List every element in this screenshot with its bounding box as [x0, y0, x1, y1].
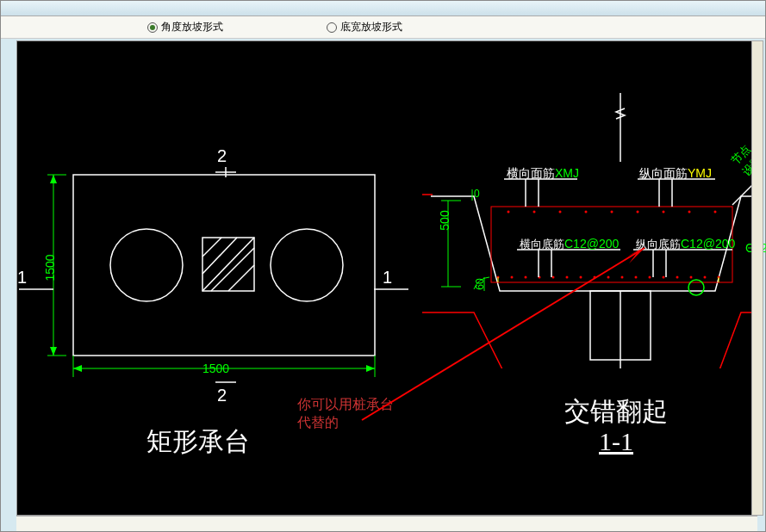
svg-marker-17 [50, 175, 57, 183]
section-tick [215, 377, 236, 393]
dim-0: 0 [474, 188, 480, 200]
svg-marker-76 [627, 248, 645, 263]
svg-marker-12 [73, 365, 82, 372]
cad-canvas[interactable]: 1500 1500 2 2 1 1 矩形承台 你可以用桩承台 代替的 [16, 40, 757, 516]
svg-point-47 [585, 211, 588, 213]
radio-slope-angle[interactable]: 角度放坡形式 [147, 20, 223, 34]
title-bar [1, 1, 765, 16]
svg-line-4 [202, 238, 237, 274]
svg-line-5 [202, 238, 254, 291]
vertical-scrollbar[interactable] [751, 40, 763, 516]
svg-point-44 [508, 211, 510, 213]
svg-point-42 [704, 276, 707, 279]
radio-label: 底宽放坡形式 [340, 20, 402, 34]
label-top-rebar-v: 纵向面筋YMJ [639, 166, 712, 182]
svg-line-6 [211, 248, 254, 291]
svg-point-2 [271, 229, 343, 301]
label-top-rebar-h: 横向面筋XMJ [507, 166, 579, 182]
caption-section-sub: 1-1 [530, 427, 702, 456]
caption-plan: 矩形承台 [121, 424, 276, 460]
svg-point-49 [637, 211, 639, 213]
radio-label: 角度放坡形式 [161, 20, 223, 34]
status-bar [16, 516, 757, 531]
svg-point-50 [663, 211, 665, 213]
caption-section: 交错翻起 [530, 394, 702, 430]
svg-marker-18 [50, 347, 57, 356]
svg-point-48 [611, 211, 613, 213]
svg-point-52 [714, 211, 717, 213]
dim-500: 500 [438, 210, 452, 230]
section-tick [215, 167, 236, 182]
svg-rect-0 [73, 175, 375, 356]
radio-dot [327, 22, 337, 33]
section-mark-1-left: 1 [17, 268, 27, 288]
svg-point-45 [533, 211, 536, 213]
svg-line-8 [202, 238, 221, 257]
note-line2: 代替的 [297, 415, 339, 430]
toolbar: 角度放坡形式 底宽放坡形式 [1, 16, 765, 39]
svg-point-46 [559, 211, 562, 213]
radio-dot-checked [147, 22, 158, 33]
section-tick [19, 287, 53, 299]
dim-height: 1500 [43, 254, 57, 281]
svg-point-51 [688, 211, 691, 213]
radio-slope-width[interactable]: 底宽放坡形式 [327, 20, 402, 34]
dim-width: 1500 [202, 362, 229, 375]
svg-point-1 [110, 229, 183, 301]
section-mark-2-top: 2 [217, 146, 227, 166]
